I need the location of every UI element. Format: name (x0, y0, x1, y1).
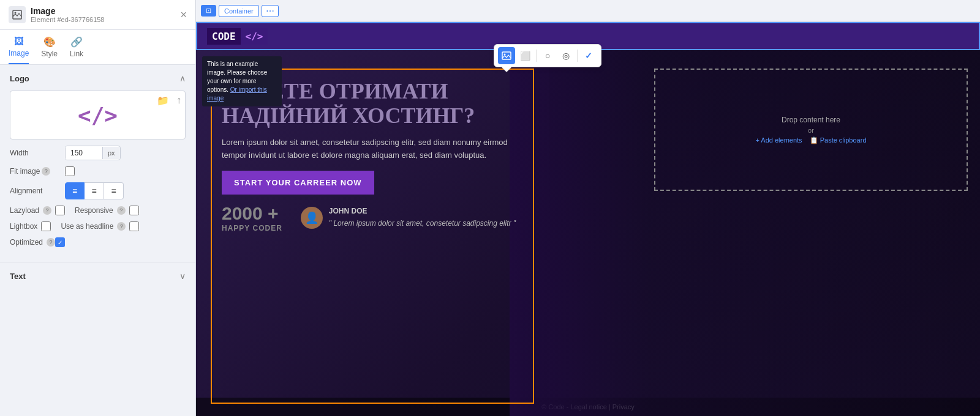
text-section-header: Text ∨ (10, 271, 186, 281)
fit-image-label-group: Fit image ? (10, 167, 65, 176)
hero-desc: Lorem ipsum dolor sit amet, consetetur s… (222, 136, 523, 162)
add-elements-button[interactable]: + Add elements (755, 136, 802, 144)
lazyload-help-icon[interactable]: ? (43, 206, 51, 215)
lightbox-headline-row: Lightbox Use as headline ? (10, 221, 186, 231)
element-select-button[interactable]: ⊡ (201, 5, 216, 17)
main-content: ⊡ Container ⋯ ⬜ ○ ◎ ✓ (196, 0, 980, 416)
paste-clipboard-button[interactable]: 📋 Paste clipboard (810, 136, 867, 144)
tab-image-label: Image (9, 49, 29, 58)
svg-point-3 (504, 54, 506, 56)
hero-stats: 2000 + HAPPY CODER 👤 JOHN DOE " Lorem ip… (222, 203, 523, 232)
panel-subtitle: Element #ed-367766158 (31, 16, 104, 23)
alignment-label: Alignment (10, 187, 65, 195)
link-tab-icon: 🔗 (70, 36, 83, 48)
site-logo-text: CODE (207, 28, 241, 45)
ft-circle-button[interactable]: ○ (539, 47, 556, 64)
tab-image[interactable]: 🖼 Image (9, 30, 29, 64)
floating-toolbar: ⬜ ○ ◎ ✓ (494, 44, 601, 67)
close-button[interactable]: × (180, 9, 187, 20)
width-input-group[interactable]: px (65, 146, 121, 160)
logo-symbol: </> (78, 103, 118, 128)
ft-crop-button[interactable]: ⬜ (516, 47, 533, 64)
site-logo-symbol: </> (241, 28, 268, 45)
lazyload-checkbox[interactable] (55, 206, 65, 215)
lazyload-label: Lazyload ? (10, 206, 51, 215)
headline-help-icon[interactable]: ? (117, 222, 126, 231)
canvas: ⬜ ○ ◎ ✓ CODE </> (196, 22, 980, 416)
hero-cta-button[interactable]: START YOUR CARREER NOW (222, 171, 374, 195)
site-hero: ХОЧЕТЕ ОТРИМАТИ НАДІЙНИЙ ХОСТИНГ? Lorem … (196, 56, 549, 416)
align-left-button[interactable]: ≡ (65, 182, 85, 199)
testimonial-name: JOHN DOE (329, 207, 516, 215)
tab-link-label: Link (70, 50, 83, 58)
svg-point-1 (15, 12, 17, 14)
width-row: Width px (10, 146, 186, 160)
testimonial: 👤 JOHN DOE " Lorem ipsum dolor sit amet,… (301, 207, 516, 229)
avatar: 👤 (301, 207, 323, 229)
responsive-label: Responsive ? (75, 206, 126, 215)
align-right-button[interactable]: ≡ (104, 182, 124, 199)
more-options-button[interactable]: ⋯ (262, 5, 279, 17)
headline-checkbox[interactable] (129, 221, 139, 231)
text-collapse-button[interactable]: ∨ (179, 271, 186, 281)
container-button[interactable]: Container (219, 5, 259, 17)
fit-image-row: Fit image ? (10, 166, 186, 176)
drop-content-text: Drop content here (782, 116, 840, 124)
headline-item: Use as headline ? (61, 221, 139, 231)
panel-header: Image Element #ed-367766158 × (0, 0, 195, 30)
panel-header-icon (9, 6, 26, 23)
lazyload-item: Lazyload ? (10, 206, 65, 215)
style-tab-icon: 🎨 (43, 36, 56, 48)
align-center-button[interactable]: ≡ (85, 182, 104, 199)
fit-image-label: Fit image (10, 167, 40, 176)
website-preview: CODE </> This is an example image. Pleas… (196, 22, 980, 416)
ft-divider1 (536, 50, 537, 62)
tab-style[interactable]: 🎨 Style (41, 30, 58, 64)
stats-label: HAPPY CODER (222, 224, 282, 232)
width-input[interactable] (66, 146, 102, 160)
optimized-row: Optimized ? (10, 237, 186, 247)
hero-tooltip: This is an example image. Please choose … (202, 56, 282, 106)
ft-check-button[interactable]: ✓ (580, 47, 597, 64)
text-section: Text ∨ (0, 262, 195, 289)
hero-orange-box: ХОЧЕТЕ ОТРИМАТИ НАДІЙНИЙ ХОСТИНГ? Lorem … (211, 69, 534, 404)
alignment-group: ≡ ≡ ≡ (65, 182, 124, 199)
text-section-title: Text (10, 272, 26, 281)
responsive-item: Responsive ? (75, 206, 139, 215)
logo-collapse-button[interactable]: ∧ (179, 73, 186, 83)
logo-container: CODE </> (207, 28, 268, 45)
drop-actions: + Add elements 📋 Paste clipboard (755, 136, 866, 144)
image-tab-icon: 🖼 (14, 36, 24, 47)
logo-section-title: Logo (10, 74, 29, 83)
left-panel: Image Element #ed-367766158 × 🖼 Image 🎨 … (0, 0, 196, 416)
logo-preview: </> 📁 ↑ (10, 91, 186, 139)
responsive-checkbox[interactable] (129, 206, 139, 215)
upload-icon[interactable]: ↑ (176, 95, 181, 106)
testimonial-content: JOHN DOE " Lorem ipsum dolor sit amet, c… (329, 207, 516, 229)
width-unit: px (102, 147, 120, 159)
fit-image-checkbox[interactable] (65, 166, 75, 176)
ft-target-button[interactable]: ◎ (557, 47, 575, 64)
lightbox-checkbox[interactable] (41, 221, 51, 231)
lazyload-responsive-row: Lazyload ? Responsive ? (10, 206, 186, 215)
panel-tabs: 🖼 Image 🎨 Style 🔗 Link (0, 30, 195, 65)
width-label: Width (10, 149, 65, 157)
folder-icon[interactable]: 📁 (157, 95, 169, 106)
section-header: Logo ∧ (10, 73, 186, 83)
logo-section: Logo ∧ </> 📁 ↑ Width px Fit image ? (0, 65, 195, 262)
lightbox-item: Lightbox (10, 221, 51, 231)
tab-link[interactable]: 🔗 Link (70, 30, 83, 64)
stats-block: 2000 + HAPPY CODER (222, 203, 282, 232)
optimized-checkbox[interactable] (55, 237, 65, 247)
panel-header-left: Image Element #ed-367766158 (9, 6, 104, 23)
ft-divider2 (577, 50, 578, 62)
fit-image-help-icon[interactable]: ? (42, 167, 50, 176)
responsive-help-icon[interactable]: ? (117, 206, 126, 215)
element-icon: ⊡ (206, 7, 211, 15)
ft-image-button[interactable] (498, 47, 515, 64)
panel-title: Image (31, 6, 104, 16)
drop-zone[interactable]: Drop content here or + Add elements 📋 Pa… (654, 69, 968, 191)
optimized-label: Optimized ? (10, 238, 55, 247)
optimized-help-icon[interactable]: ? (47, 238, 55, 247)
top-bar: ⊡ Container ⋯ (196, 0, 980, 22)
